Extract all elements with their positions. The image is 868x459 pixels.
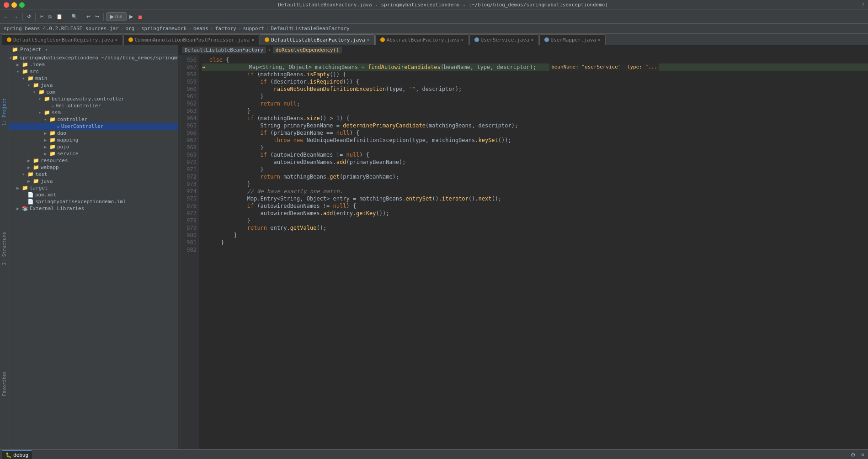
editor-breadcrumb: DefaultListableBeanFactory › doResolveDe… bbox=[178, 45, 868, 55]
nav-factory[interactable]: factory bbox=[215, 26, 236, 32]
tree-item-target[interactable]: ▶ 📁 target bbox=[9, 185, 178, 191]
tab-close-4[interactable]: × bbox=[531, 37, 534, 42]
ln-963: 963 bbox=[181, 107, 197, 115]
tree-arrow-com: ▾ bbox=[33, 90, 38, 95]
undo-btn[interactable]: ↩ bbox=[85, 13, 92, 21]
tab-close-3[interactable]: × bbox=[461, 37, 464, 42]
tree-label-hello: HelloController bbox=[56, 103, 101, 109]
stop-btn[interactable]: ⏹ bbox=[136, 13, 144, 21]
nav-class[interactable]: DefaultListableBeanFactory bbox=[271, 26, 349, 32]
cut-btn[interactable]: ✂ bbox=[38, 13, 46, 21]
tree-item-webapp[interactable]: ▶ 📁 webapp bbox=[9, 164, 178, 171]
tree-item-extlibs[interactable]: ▶ 📚 External Libraries bbox=[9, 205, 178, 212]
tree-root[interactable]: ▾ 📁 springmybatisexceptiondemo ~/blog/bl… bbox=[9, 54, 178, 61]
tab-close-1[interactable]: × bbox=[251, 37, 254, 42]
tree-item-main[interactable]: ▾ 📁 main bbox=[9, 75, 178, 82]
close-button[interactable] bbox=[4, 2, 9, 8]
code-line-978: } bbox=[202, 217, 868, 224]
tree-item-boling[interactable]: ▾ 📁 bolingcavalry.controller bbox=[9, 95, 178, 102]
folder-icon-service: 📁 bbox=[49, 151, 56, 157]
close-bottom-btn[interactable]: × bbox=[859, 451, 866, 459]
tree-label-controller: controller bbox=[57, 116, 87, 122]
favorites-side-tab[interactable]: Favorites bbox=[1, 369, 8, 398]
tab-defaultlistable[interactable]: DefaultListableBeanFactory.java × bbox=[260, 34, 374, 45]
ln-968: 968 bbox=[181, 144, 197, 151]
tab-defaultsingleton[interactable]: DefaultSingletonBeanRegistry.java × bbox=[2, 34, 123, 45]
tab-userservice[interactable]: UserService.java × bbox=[469, 34, 539, 45]
tab-close-2[interactable]: × bbox=[367, 37, 370, 42]
tree-item-dao[interactable]: ▶ 📁 dao bbox=[9, 130, 178, 137]
folder-icon-com: 📁 bbox=[38, 89, 45, 95]
tree-item-com[interactable]: ▾ 📁 com bbox=[9, 89, 178, 95]
main-toolbar: ← → ↺ ✂ ⎘ 📋 🔍 ↩ ↪ ▶ run ▶ ⏹ bbox=[0, 10, 868, 24]
minimize-button[interactable] bbox=[11, 2, 17, 8]
tree-item-service[interactable]: ▶ 📁 service bbox=[9, 150, 178, 157]
ln-969: 969 bbox=[181, 151, 197, 158]
bottom-tab-debug[interactable]: 🐛 debug bbox=[2, 450, 32, 459]
ln-960: 960 bbox=[181, 85, 197, 93]
folder-icon-resources: 📁 bbox=[33, 158, 39, 164]
tree-item-test[interactable]: ▾ 📁 test bbox=[9, 171, 178, 178]
tree-arrow-testjava: ▶ bbox=[27, 179, 33, 184]
tree-item-usercontroller[interactable]: ▶ ☕ UserController bbox=[9, 123, 178, 130]
nav-support[interactable]: support bbox=[243, 26, 264, 32]
folder-icon-dao: 📁 bbox=[49, 130, 56, 136]
ln-958: 958 bbox=[181, 71, 197, 78]
folder-icon-main: 📁 bbox=[27, 75, 34, 81]
tab-label-0: DefaultSingletonBeanRegistry.java bbox=[13, 37, 113, 43]
nav-jar[interactable]: spring-beans-4.0.2.RELEASE-sources.jar bbox=[4, 26, 119, 32]
run-button[interactable]: ▶ run bbox=[106, 12, 127, 21]
tree-item-hello[interactable]: ▶ ☕ HelloController bbox=[9, 102, 178, 109]
refresh-btn[interactable]: ↺ bbox=[25, 13, 33, 21]
ln-982: 982 bbox=[181, 246, 197, 253]
tree-arrow-main: ▾ bbox=[22, 76, 27, 81]
tree-item-src[interactable]: ▾ 📁 src bbox=[9, 68, 178, 75]
code-line-972: return matchingBeans.get(primaryBeanName… bbox=[202, 173, 868, 180]
tree-item-testjava[interactable]: ▶ 📁 java bbox=[9, 178, 178, 185]
debug-run-btn[interactable]: ▶ bbox=[128, 13, 135, 21]
structure-side-tab[interactable]: 2: Structure bbox=[1, 230, 8, 267]
tree-label-uc: UserController bbox=[61, 123, 104, 129]
copy-btn[interactable]: ⎘ bbox=[47, 13, 53, 21]
iml-icon: 📄 bbox=[27, 199, 34, 205]
tree-item-mapping[interactable]: ▶ 📁 mapping bbox=[9, 137, 178, 143]
tree-item-pojo[interactable]: ▶ 📁 pojo bbox=[9, 143, 178, 150]
help-icon[interactable]: ? bbox=[861, 2, 864, 8]
tab-commonannotation[interactable]: CommonAnnotationBeanPostProcessor.java × bbox=[123, 34, 260, 45]
find-btn[interactable]: 🔍 bbox=[69, 13, 80, 21]
redo-btn[interactable]: ↪ bbox=[93, 13, 101, 21]
tree-label-webapp: webapp bbox=[41, 164, 59, 170]
code-line-959: if (descriptor.isRequired()) { bbox=[202, 78, 868, 85]
folder-icon-test: 📁 bbox=[27, 171, 34, 177]
window-title: DefaultListableBeanFactory.java - spring… bbox=[25, 2, 861, 8]
code-line-981: } bbox=[202, 239, 868, 246]
code-area[interactable]: 956 957 958 959 960 961 962 963 964 965 … bbox=[178, 55, 868, 449]
tab-close-5[interactable]: × bbox=[598, 37, 601, 42]
tree-item-iml[interactable]: ▶ 📄 springmybatisexceptiondemo.iml bbox=[9, 198, 178, 205]
tree-label-extlibs: External Libraries bbox=[30, 206, 84, 211]
tree-item-ssm[interactable]: ▾ 📁 ssm bbox=[9, 109, 178, 116]
code-content[interactable]: else { → Map<String, Object> matchingBea… bbox=[199, 55, 868, 449]
tab-close-0[interactable]: × bbox=[115, 37, 118, 42]
nav-springframework[interactable]: springframework bbox=[141, 26, 186, 32]
tab-usermapper[interactable]: UserMapper.java × bbox=[539, 34, 606, 45]
tree-item-idea[interactable]: ▶ 📁 .idea bbox=[9, 61, 178, 68]
maximize-button[interactable] bbox=[19, 2, 25, 8]
paste-btn[interactable]: 📋 bbox=[54, 13, 64, 21]
ln-959: 959 bbox=[181, 78, 197, 85]
code-line-966: if (primaryBeanName == null) { bbox=[202, 129, 868, 137]
project-dropdown[interactable]: ▾ bbox=[45, 47, 48, 53]
forward-btn[interactable]: → bbox=[11, 13, 20, 21]
sep: › bbox=[188, 26, 192, 32]
nav-beans[interactable]: beans bbox=[193, 26, 208, 32]
nav-org[interactable]: org bbox=[125, 26, 134, 32]
back-btn[interactable]: ← bbox=[2, 13, 11, 21]
tree-label-java: java bbox=[41, 82, 53, 88]
project-side-tab[interactable]: 1: Project bbox=[1, 96, 8, 127]
tree-item-pom[interactable]: ▶ 📄 pom.xml bbox=[9, 191, 178, 198]
tree-item-java[interactable]: ▾ 📁 java bbox=[9, 82, 178, 89]
tab-abstractbean[interactable]: AbstractBeanFactory.java × bbox=[375, 34, 469, 45]
settings-btn[interactable]: ⚙ bbox=[849, 451, 857, 459]
tree-item-resources[interactable]: ▶ 📁 resources bbox=[9, 157, 178, 164]
tree-item-controller[interactable]: ▾ 📁 controller bbox=[9, 116, 178, 123]
